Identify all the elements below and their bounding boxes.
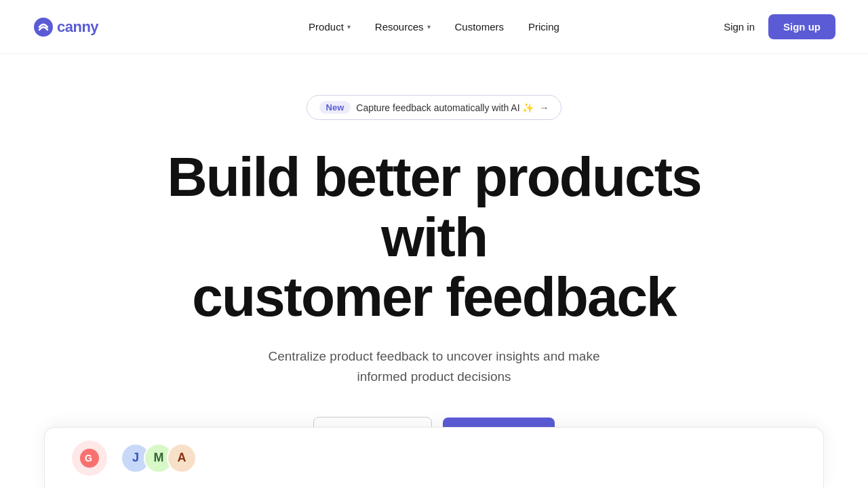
announcement-badge[interactable]: New Capture feedback automatically with … [307, 95, 562, 120]
hero-section: New Capture feedback automatically with … [0, 54, 868, 477]
nav-resources[interactable]: Resources ▾ [375, 21, 431, 33]
badge-new-label: New [319, 101, 351, 114]
navbar: canny Product ▾ Resources ▾ Customers Pr… [0, 0, 868, 54]
avatar-group: J M A [121, 443, 197, 473]
bottom-preview: G J M A [44, 427, 824, 488]
logo-text: canny [57, 18, 98, 36]
chevron-down-icon: ▾ [427, 23, 431, 30]
nav-customers[interactable]: Customers [455, 21, 505, 33]
app-icon-circle: G [72, 441, 107, 476]
sign-in-button[interactable]: Sign in [724, 21, 755, 33]
avatar: A [167, 443, 197, 473]
nav-links: Product ▾ Resources ▾ Customers Pricing [309, 21, 559, 33]
nav-product[interactable]: Product ▾ [309, 21, 351, 33]
hero-title: Build better products with customer feed… [129, 147, 739, 327]
arrow-icon: → [539, 102, 549, 113]
sign-up-button[interactable]: Sign up [768, 14, 835, 39]
logo[interactable]: canny [33, 16, 98, 38]
hero-subtitle: Centralize product feedback to uncover i… [244, 346, 624, 388]
svg-text:G: G [85, 453, 92, 464]
nav-actions: Sign in Sign up [724, 14, 835, 39]
badge-text: Capture feedback automatically with AI ✨ [356, 102, 534, 113]
chevron-down-icon: ▾ [347, 23, 351, 30]
nav-pricing[interactable]: Pricing [528, 21, 559, 33]
